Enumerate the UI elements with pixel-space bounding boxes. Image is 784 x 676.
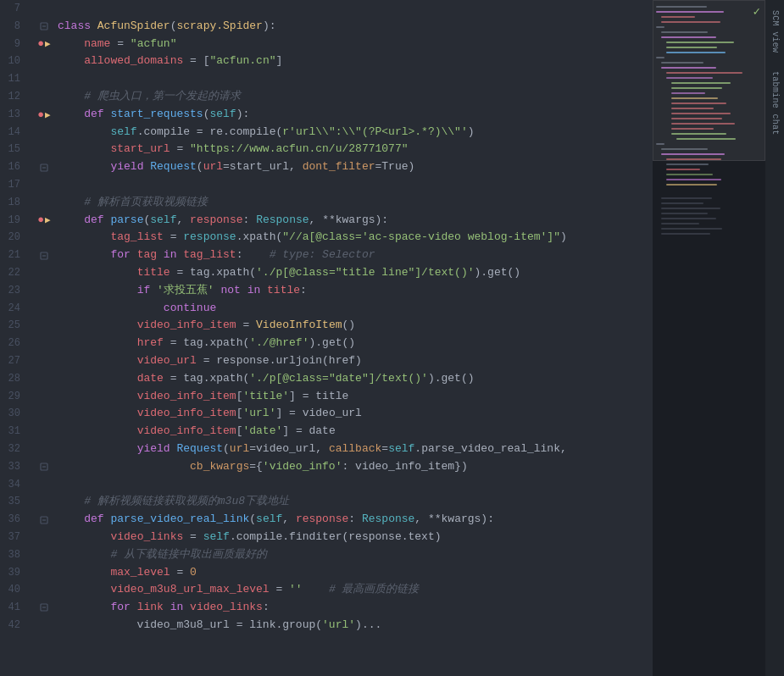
code-line-22: title = tag.xpath('./p[@class="title lin… [58,264,636,282]
line-num-38: 38 [7,546,20,564]
line-num-14: 14 [7,124,20,141]
code-line-37: video_links = self.compile.finditer(resp… [58,529,636,546]
code-line-32: yield Request(url=video_url, callback=se… [58,441,636,458]
svg-rect-45 [666,174,713,175]
gutter: ● ▶ ● ▶ ● ▶ [31,0,58,676]
code-line-30: video_info_item['url'] = video_url [58,405,636,423]
arrow-icon-13: ▶ [45,109,51,120]
code-line-35: # 解析视频链接获取视频的m3u8下载地址 [58,493,636,511]
code-line-28: date = tag.xpath('./p[@class="date"]/tex… [58,370,636,388]
checkmark: ✓ [753,4,760,19]
arrow-icon-19: ▶ [45,214,51,225]
code-line-25: video_info_item = VideoInfoItem() [58,317,636,335]
line-num-20: 20 [7,229,20,247]
line-num-41: 41 [7,599,20,617]
line-num-11: 11 [7,70,20,88]
line-num-35: 35 [7,493,20,511]
tab-scmview[interactable]: SCM view [768,3,782,59]
fold-icon [40,22,48,30]
code-line-42: video_m3u8_url = link.group('url')... [58,617,636,634]
gutter-16[interactable] [31,158,58,176]
code-line-20: tag_list = response.xpath("//a[@class='a… [58,229,636,247]
code-line-26: href = tag.xpath('./@href').get() [58,335,636,352]
gutter-36[interactable] [31,511,58,529]
code-line-24: continue [58,300,636,318]
fold-icon-21 [40,252,48,260]
tab-tabmine-chat[interactable]: tabmine chat [768,64,782,142]
debug-dot: ● [37,37,44,50]
code-line-16: yield Request(url=start_url, dont_filter… [58,158,636,176]
gutter-19[interactable]: ● ▶ [31,212,58,230]
line-num-31: 31 [7,423,20,441]
gutter-9: ● ▶ [31,36,58,53]
svg-rect-49 [661,202,703,204]
line-num-18: 18 [7,194,20,212]
minimap[interactable] [653,0,765,676]
svg-rect-51 [661,213,708,214]
code-line-31: video_info_item['date'] = date [58,423,636,441]
code-line-11 [58,70,636,88]
line-num-13: 13 [7,106,20,124]
svg-rect-46 [666,179,721,180]
line-num-32: 32 [7,441,20,458]
gutter-15 [31,141,58,158]
gutter-13[interactable]: ● ▶ [31,106,58,124]
code-line-23: if '求投五蕉' not in title: [58,282,636,300]
svg-rect-54 [661,228,722,230]
svg-rect-53 [661,223,699,224]
code-line-21: for tag in tag_list: # type: Selector [58,247,636,264]
code-line-12: # 爬虫入口，第一个发起的请求 [58,88,636,106]
line-num-39: 39 [7,564,20,582]
code-line-19: def parse(self, response: Response, **kw… [58,212,636,230]
gutter-34 [31,476,58,494]
gutter-38 [31,546,58,564]
fold-icon-33 [40,463,48,471]
svg-rect-43 [666,163,709,165]
line-num-7: 7 [7,0,20,18]
gutter-8[interactable] [31,18,58,36]
minimap-viewport [653,0,765,161]
line-num-9: 9 [7,36,20,53]
code-line-36: def parse_video_real_link(self, response… [58,511,636,529]
debug-dot-13: ● [37,108,44,121]
gutter-12 [31,88,58,106]
line-num-30: 30 [7,405,20,423]
gutter-37 [31,529,58,546]
line-num-33: 33 [7,458,20,476]
line-num-40: 40 [7,581,20,599]
code-line-29: video_info_item['title'] = title [58,388,636,406]
gutter-33[interactable] [31,458,58,476]
line-num-26: 26 [7,335,20,352]
line-num-42: 42 [7,617,20,634]
gutter-20 [31,229,58,247]
gutter-11 [31,70,58,88]
arrow-icon: ▶ [45,38,51,49]
gutter-18 [31,194,58,212]
fold-icon-16 [40,163,48,172]
svg-rect-52 [661,218,716,219]
gutter-39 [31,564,58,582]
code-line-18: # 解析首页获取视频链接 [58,194,636,212]
svg-rect-44 [666,169,700,170]
line-num-37: 37 [7,529,20,546]
sidebar-tabs: SCM view tabmine chat [765,0,784,676]
code-line-10: allowed_domains = ["acfun.cn"] [58,53,636,70]
right-panel: ✓ [653,0,784,676]
gutter-42 [31,617,58,634]
code-lines[interactable]: class AcfunSpider(scrapy.Spider): name =… [58,0,653,676]
gutter-21[interactable] [31,247,58,264]
fold-icon-36 [40,516,48,524]
code-line-8: class AcfunSpider(scrapy.Spider): [58,18,636,36]
line-num-8: 8 [7,18,20,36]
code-line-14: self.compile = re.compile(r'url\\":\\"(?… [58,124,636,141]
gutter-29 [31,388,58,406]
gutter-41[interactable] [31,599,58,617]
line-num-19: 19 [7,212,20,230]
line-num-29: 29 [7,388,20,406]
line-num-21: 21 [7,247,20,264]
line-num-24: 24 [7,300,20,318]
code-line-13: def start_requests(self): [58,106,636,124]
gutter-26 [31,335,58,352]
gutter-10 [31,53,58,70]
svg-rect-48 [661,197,712,199]
